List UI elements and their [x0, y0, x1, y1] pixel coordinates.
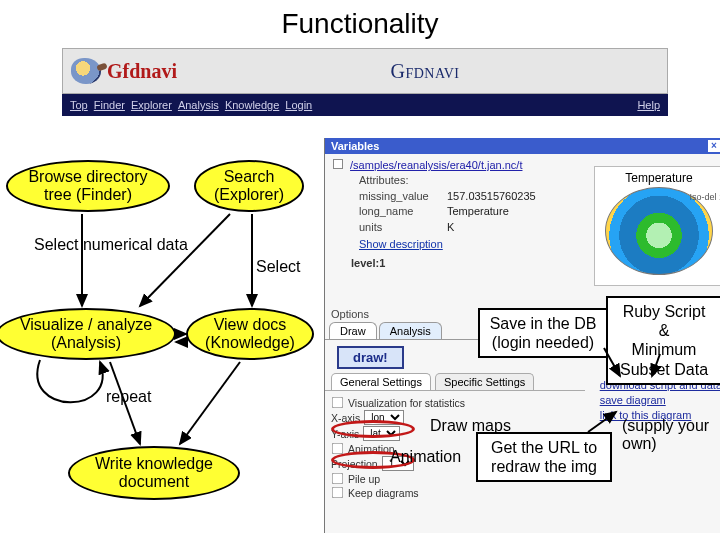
nav-analysis[interactable]: Analysis: [178, 99, 219, 111]
note-ruby-script: Ruby Script & Minimum Subset Data: [606, 296, 720, 385]
svg-line-1: [140, 214, 230, 306]
bubble-line: document: [119, 473, 189, 491]
attr-val: Temperature: [447, 204, 509, 219]
bubble-line: (Analysis): [51, 334, 121, 352]
label-select-numerical: Select numerical data: [34, 236, 188, 254]
navbar: Top Finder Explorer Analysis Knowledge L…: [62, 94, 668, 116]
nav-help[interactable]: Help: [637, 99, 660, 111]
highlight-oval: [331, 420, 415, 438]
file-path[interactable]: /samples/reanalysis/era40/t.jan.nc/t: [350, 158, 522, 173]
setting-row: Visualization for statistics: [331, 396, 579, 409]
bubble-write-knowledge: Write knowledge document: [68, 446, 240, 500]
bubble-line: Browse directory: [28, 168, 147, 186]
attr-key: units: [359, 220, 437, 235]
note-line: Minimum: [616, 340, 712, 359]
tab-analysis[interactable]: Analysis: [379, 322, 442, 339]
setting-label: Visualization for statistics: [348, 397, 465, 409]
bubble-line: tree (Finder): [44, 186, 132, 204]
note-line: Ruby Script &: [616, 302, 712, 340]
logo-secondary: Gfdnavi: [191, 60, 659, 83]
logo-text: Gfdnavi: [107, 60, 177, 83]
globe-icon: [71, 58, 101, 84]
label-supply-own: (supply your own): [622, 417, 720, 453]
bubble-line: Write knowledge: [95, 455, 213, 473]
note-save-db: Save in the DB (login needed): [478, 308, 608, 358]
draw-button[interactable]: draw!: [337, 346, 404, 369]
link-save-diagram[interactable]: save diagram: [600, 393, 720, 408]
nav-top[interactable]: Top: [70, 99, 88, 111]
checkbox-icon[interactable]: [333, 159, 343, 169]
note-get-url: Get the URL to redraw the img: [476, 432, 612, 482]
bubble-search: Search (Explorer): [194, 160, 304, 212]
app-header: Gfdnavi Gfdnavi: [62, 48, 668, 94]
bubble-line: Search: [224, 168, 275, 186]
bubble-line: Visualize / analyze: [20, 316, 152, 334]
bubble-viewdocs: View docs (Knowledge): [186, 308, 314, 360]
note-line: redraw the img: [486, 457, 602, 476]
plot-side-label: Iso-del 1: [689, 192, 720, 202]
bubble-line: View docs: [214, 316, 287, 334]
bubble-visualize: Visualize / analyze (Analysis): [0, 308, 176, 360]
attr-key: missing_value: [359, 189, 437, 204]
logo-area: Gfdnavi: [71, 58, 177, 84]
keep-checkbox[interactable]: [332, 487, 344, 499]
note-line: Save in the DB: [488, 314, 598, 333]
nav-links: Top Finder Explorer Analysis Knowledge L…: [70, 99, 312, 111]
tab-specific-settings[interactable]: Specific Settings: [435, 373, 534, 390]
note-line: Subset Data: [616, 360, 712, 379]
anim-checkbox[interactable]: [332, 443, 344, 455]
plot-thumbnail: Temperature: [594, 166, 720, 286]
settings-tabs: General Settings Specific Settings: [325, 373, 585, 390]
attr-val: 157.03515760235: [447, 189, 536, 204]
nav-explorer[interactable]: Explorer: [131, 99, 172, 111]
nav-finder[interactable]: Finder: [94, 99, 125, 111]
diagram-stage: Variables × /samples/reanalysis/era40/t.…: [0, 116, 720, 540]
plot-title: Temperature: [625, 171, 692, 185]
bubble-line: (Explorer): [214, 186, 284, 204]
setting-row: Keep diagrams: [331, 486, 579, 499]
attr-val: K: [447, 220, 454, 235]
tab-draw[interactable]: Draw: [329, 322, 377, 339]
note-line: Get the URL to: [486, 438, 602, 457]
close-icon[interactable]: ×: [708, 140, 720, 152]
viz-checkbox[interactable]: [332, 397, 344, 409]
bubble-browse-directory: Browse directory tree (Finder): [6, 160, 170, 212]
page-title: Functionality: [0, 0, 720, 44]
label-animation: Animation: [390, 448, 461, 466]
setting-label: Pile up: [348, 473, 380, 485]
label-repeat: repeat: [106, 388, 151, 406]
nav-knowledge[interactable]: Knowledge: [225, 99, 279, 111]
setting-label: Keep diagrams: [348, 487, 419, 499]
note-line: (login needed): [488, 333, 598, 352]
bubble-line: (Knowledge): [205, 334, 295, 352]
nav-login[interactable]: Login: [285, 99, 312, 111]
pileup-checkbox[interactable]: [332, 473, 344, 485]
panel-header: Variables ×: [325, 138, 720, 154]
attr-key: long_name: [359, 204, 437, 219]
panel-title: Variables: [331, 140, 379, 152]
tab-general-settings[interactable]: General Settings: [331, 373, 431, 390]
label-select: Select: [256, 258, 300, 276]
svg-line-6: [180, 362, 240, 444]
